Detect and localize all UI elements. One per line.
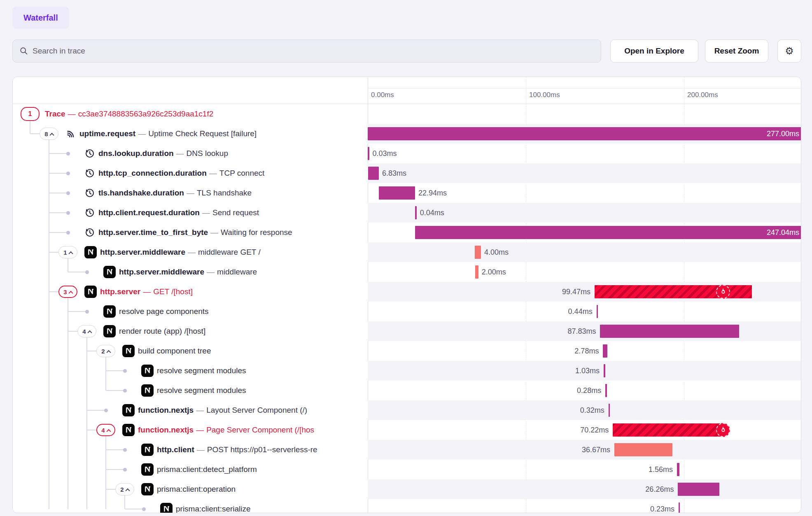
span-description: middleware [217, 267, 257, 276]
child-count: 1 [28, 110, 32, 118]
expand-badge[interactable]: 2 [115, 483, 134, 495]
span-bar[interactable] [475, 246, 481, 259]
chevron-up-icon [87, 330, 92, 335]
span-row[interactable]: 0.28ms resolve segment modules [13, 381, 801, 400]
span-row[interactable]: 87.83ms4 render route (app) /[host] [13, 321, 801, 341]
span-row[interactable]: 2.78ms2 build component tree [13, 341, 801, 361]
expand-badge[interactable]: 3 [58, 286, 77, 298]
span-op-name: http.server [100, 287, 140, 296]
waterfall-cell: 0.28ms [368, 381, 801, 400]
time-tick-label: 0.00ms [371, 91, 394, 99]
flame-icon[interactable] [716, 285, 730, 299]
uptime-check-icon [65, 128, 76, 139]
span-row[interactable]: 2.00ms http.server.middleware—middleware [13, 262, 801, 282]
span-bar[interactable] [368, 127, 801, 140]
span-op-name: uptime.request [79, 129, 135, 138]
duration-label: 277.00ms [767, 124, 799, 144]
span-bar[interactable] [605, 384, 607, 397]
nextjs-icon [141, 444, 154, 456]
span-description: Layout Server Component (/) [206, 406, 307, 414]
duration-label: 36.67ms [368, 440, 610, 460]
clock-icon [84, 168, 95, 179]
span-row[interactable]: 1.56ms prisma:client:detect_platform [13, 460, 801, 479]
tree-dot [142, 507, 146, 511]
span-description: Page Server Component (/[hos [206, 425, 314, 434]
span-description: middleware GET / [198, 248, 261, 256]
span-op-name: resolve segment modules [157, 386, 246, 395]
span-op-name: Trace [45, 109, 65, 118]
span-op-name: prisma:client:detect_platform [157, 465, 257, 474]
duration-label: 87.83ms [368, 321, 596, 341]
span-bar[interactable] [368, 147, 369, 160]
search-bar[interactable] [12, 40, 601, 63]
separator: — [207, 169, 219, 177]
chevron-up-icon [49, 132, 54, 137]
span-row[interactable]: 0.03ms dns.lookup.duration—DNS lookup [13, 144, 801, 163]
span-row[interactable]: 36.67ms http.client—POST https://p01--se… [13, 440, 801, 460]
span-row[interactable]: 0.04ms http.client.request.duration—Send… [13, 203, 801, 223]
span-bar[interactable] [614, 443, 672, 456]
expand-badge[interactable]: 2 [96, 345, 115, 357]
reset-zoom-button[interactable]: Reset Zoom [705, 40, 768, 63]
span-row[interactable]: 6.83ms http.tcp_connection.duration—TCP … [13, 163, 801, 183]
waterfall-cell: 6.83ms [368, 163, 801, 183]
duration-label: 1.03ms [368, 361, 600, 381]
search-input[interactable] [33, 46, 568, 56]
expand-badge[interactable]: 1 [21, 107, 40, 121]
tree-dot [123, 389, 127, 393]
span-row[interactable]: 0.44ms resolve page components [13, 302, 801, 321]
span-bar[interactable] [597, 305, 598, 318]
duration-label: 4.00ms [484, 242, 509, 262]
span-bar[interactable] [678, 483, 719, 496]
span-bar[interactable] [368, 167, 379, 180]
expand-badge[interactable]: 1 [58, 246, 77, 258]
span-bar[interactable] [600, 325, 739, 338]
child-count: 2 [101, 348, 105, 355]
span-bar[interactable] [679, 502, 680, 513]
span-bar[interactable] [379, 186, 415, 200]
span-row[interactable]: 0.32ms function.nextjs—Layout Server Com… [13, 400, 801, 420]
span-row[interactable]: 4.00ms1 http.server.middleware—middlewar… [13, 242, 801, 262]
duration-label: 6.83ms [382, 163, 406, 183]
chevron-up-icon [125, 488, 130, 493]
span-bar[interactable] [609, 404, 610, 417]
expand-badge[interactable]: 8 [40, 128, 58, 140]
trace-row[interactable]: 1Trace—cc3ae3748883563a926c253d9aa1c1f2 [13, 104, 801, 124]
span-row[interactable]: 277.00ms8 uptime.request—Uptime Check Re… [13, 124, 801, 144]
span-op-name: prisma:client:serialize [176, 504, 251, 513]
span-bar[interactable] [415, 226, 801, 239]
span-bar[interactable] [604, 364, 605, 377]
separator: — [194, 406, 206, 414]
span-description: TCP connect [219, 169, 264, 177]
separator: — [174, 149, 187, 158]
child-count: 4 [82, 328, 86, 335]
span-description: GET /[host] [153, 287, 193, 296]
waterfall-cell: 99.47ms [368, 282, 801, 302]
span-row[interactable]: 22.94ms tls.handshake.duration—TLS hands… [13, 183, 801, 203]
span-bar[interactable] [603, 344, 607, 358]
span-bar[interactable] [613, 423, 724, 437]
span-bar[interactable] [677, 463, 679, 476]
flame-icon[interactable] [716, 423, 730, 437]
child-count: 3 [63, 288, 67, 295]
expand-badge[interactable]: 4 [96, 424, 115, 436]
tab-waterfall[interactable]: Waterfall [12, 7, 69, 29]
expand-badge[interactable]: 4 [77, 325, 96, 337]
nextjs-icon [103, 305, 116, 318]
span-row[interactable]: 1.03ms resolve segment modules [13, 361, 801, 381]
nextjs-icon [122, 345, 135, 357]
span-row[interactable]: 70.22ms 4 function.nextjs—Page Server Co… [13, 420, 801, 440]
span-bar[interactable] [415, 206, 417, 219]
span-row[interactable]: 0.23ms prisma:client:serialize [13, 499, 801, 513]
span-row[interactable]: 26.26ms2 prisma:client:operation [13, 479, 801, 499]
timeline-header-top-border [368, 88, 801, 88]
span-description: Send request [212, 208, 259, 217]
tree-dot [66, 191, 70, 195]
settings-button[interactable]: ⚙ [777, 40, 801, 63]
child-count: 2 [120, 486, 124, 493]
span-row[interactable]: 99.47ms 3 http.server—GET /[host] [13, 282, 801, 302]
nextjs-icon [84, 246, 97, 258]
span-bar[interactable] [475, 265, 478, 279]
span-row[interactable]: 247.04ms http.server.time_to_first_byte—… [13, 223, 801, 242]
open-in-explore-button[interactable]: Open in Explore [610, 40, 698, 63]
